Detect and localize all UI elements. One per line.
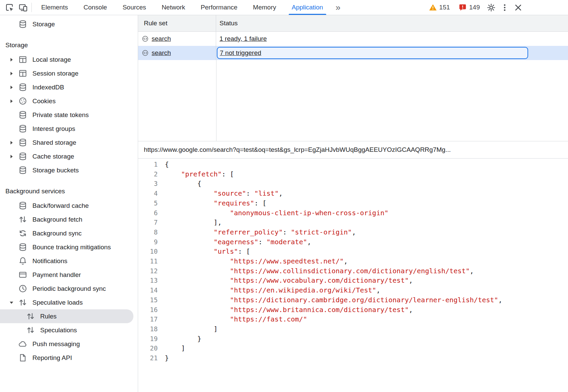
sidebar-item-label: Background sync	[32, 230, 82, 237]
sidebar-item-label: IndexedDB	[32, 84, 64, 91]
expand-arrow-icon[interactable]	[5, 70, 18, 77]
inspect-element-button[interactable]	[3, 1, 16, 14]
sidebar-item-private-state-tokens[interactable]: Private state tokens	[0, 108, 138, 122]
warning-count: 151	[439, 4, 450, 11]
tab-memory[interactable]: Memory	[245, 0, 284, 15]
column-header-status[interactable]: Status	[216, 15, 568, 31]
expand-arrow-icon[interactable]	[5, 139, 18, 146]
sidebar-item-push-messaging[interactable]: Push messaging	[0, 337, 138, 351]
sidebar-item-session-storage[interactable]: Session storage	[0, 66, 138, 80]
cloud-icon	[18, 339, 27, 348]
rule-set-source-view: 1{2 "prefetch": [3 {4 "source": "list",5…	[138, 159, 568, 392]
sidebar-item-local-storage[interactable]: Local storage	[0, 53, 138, 66]
tab-console[interactable]: Console	[76, 0, 115, 15]
expand-arrow-icon[interactable]	[5, 84, 18, 91]
sidebar-item-payment-handler[interactable]: Payment handler	[0, 268, 138, 282]
sidebar-item-label: Storage	[32, 21, 55, 28]
warnings-badge[interactable]: 151	[424, 3, 455, 11]
sidebar-item-reporting-api[interactable]: Reporting API	[0, 351, 138, 365]
source-url-text: https://www.google.com/search?q=test&oq=…	[144, 146, 451, 153]
application-sidebar: StorageStorageLocal storageSession stora…	[0, 15, 138, 392]
ruleset-rows: search1 ready, 1 failuresearch7 not trig…	[138, 32, 568, 60]
tab-elements[interactable]: Elements	[33, 0, 76, 15]
rule-set-row[interactable]: search1 ready, 1 failure	[138, 32, 568, 46]
expand-arrow-icon[interactable]	[5, 153, 18, 160]
code-text: "https://www.speedtest.net/",	[165, 256, 348, 266]
cookie-icon	[18, 96, 27, 106]
document-icon	[18, 353, 27, 362]
more-options-button[interactable]	[498, 1, 511, 14]
more-vert-icon	[500, 3, 509, 12]
bell-icon	[18, 256, 27, 265]
column-header-rule-set[interactable]: Rule set	[138, 15, 216, 31]
code-line: 2 "prefetch": [	[138, 169, 568, 179]
sidebar-item-notifications[interactable]: Notifications	[0, 254, 138, 268]
sidebar-heading-storage: Storage	[0, 38, 138, 53]
database-icon	[18, 243, 27, 252]
sidebar-item-storage-buckets[interactable]: Storage buckets	[0, 163, 138, 177]
tab-performance[interactable]: Performance	[193, 0, 245, 15]
tabs-overflow-button[interactable]: »	[331, 0, 345, 15]
code-text: {	[165, 160, 169, 169]
sidebar-item-cache-storage[interactable]: Cache storage	[0, 149, 138, 163]
collapse-arrow-icon[interactable]	[5, 299, 18, 306]
tab-network[interactable]: Network	[154, 0, 193, 15]
sidebar-item-rules[interactable]: Rules	[0, 309, 133, 323]
sidebar-item-indexeddb[interactable]: IndexedDB	[0, 80, 138, 94]
sidebar-item-cookies[interactable]: Cookies	[0, 94, 138, 108]
close-devtools-button[interactable]	[511, 1, 525, 14]
sidebar-item-label: Local storage	[32, 56, 71, 63]
expand-arrow-icon[interactable]	[5, 56, 18, 63]
sidebar-item-background-sync[interactable]: Background sync	[0, 226, 138, 240]
status-link[interactable]: 1 ready, 1 failure	[220, 35, 267, 43]
status-link[interactable]: 7 not triggered	[220, 49, 261, 57]
sidebar-item-bounce-tracking-mitigations[interactable]: Bounce tracking mitigations	[0, 240, 138, 254]
line-number: 14	[138, 285, 158, 295]
devtools-content: StorageStorageLocal storageSession stora…	[0, 15, 568, 392]
devtools-tabs: ElementsConsoleSourcesNetworkPerformance…	[33, 0, 331, 15]
code-text: ],	[165, 218, 222, 227]
line-number: 7	[138, 218, 158, 227]
settings-button[interactable]	[484, 1, 498, 14]
status-cell[interactable]: 7 not triggered	[217, 47, 528, 59]
line-number: 10	[138, 247, 158, 256]
sidebar-item-storage[interactable]: Storage	[0, 17, 138, 31]
rule-set-row[interactable]: search7 not triggered	[138, 46, 568, 60]
devtools-window: ElementsConsoleSourcesNetworkPerformance…	[0, 0, 568, 392]
tab-sources[interactable]: Sources	[115, 0, 154, 15]
line-number: 8	[138, 227, 158, 237]
code-line: 9 "eagerness": "moderate",	[138, 237, 568, 247]
status-cell[interactable]: 1 ready, 1 failure	[216, 32, 568, 46]
sidebar-item-label: Interest groups	[32, 125, 75, 133]
code-line: 13 "https://www.vocabulary.com/dictionar…	[138, 276, 568, 285]
line-number: 6	[138, 208, 158, 218]
sidebar-item-background-fetch[interactable]: Background fetch	[0, 213, 138, 226]
rule-set-link[interactable]: search	[152, 49, 171, 57]
sidebar-item-label: Periodic background sync	[32, 285, 106, 292]
sidebar-item-speculative-loads[interactable]: Speculative loads	[0, 296, 138, 309]
database-icon	[18, 166, 27, 175]
errors-badge[interactable]: 149	[454, 3, 484, 11]
sidebar-item-periodic-background-sync[interactable]: Periodic background sync	[0, 282, 138, 296]
table-icon	[18, 55, 27, 64]
sidebar-item-shared-storage[interactable]: Shared storage	[0, 136, 138, 149]
expand-arrow-icon[interactable]	[5, 97, 18, 105]
rule-set-cell[interactable]: search	[138, 32, 216, 46]
line-number: 15	[138, 295, 158, 305]
code-text: "https://en.wikipedia.org/wiki/Test",	[165, 285, 380, 295]
rule-set-cell[interactable]: search	[138, 46, 216, 60]
sidebar-item-speculations[interactable]: Speculations	[0, 323, 138, 337]
sidebar-item-label: Storage buckets	[32, 167, 79, 174]
speculative-loads-panel: Rule set Status search1 ready, 1 failure…	[138, 15, 568, 392]
code-text: "urls": [	[165, 247, 250, 256]
sidebar-item-interest-groups[interactable]: Interest groups	[0, 122, 138, 136]
sidebar-item-back-forward-cache[interactable]: Back/forward cache	[0, 199, 138, 213]
tab-application[interactable]: Application	[284, 0, 331, 15]
rule-set-link[interactable]: search	[152, 35, 171, 43]
sidebar-item-label: Background fetch	[32, 216, 82, 223]
close-icon	[514, 3, 523, 12]
device-toolbar-button[interactable]	[16, 1, 30, 14]
sidebar-item-label: Speculative loads	[32, 299, 83, 306]
sidebar-item-label: Reporting API	[32, 354, 72, 362]
sidebar-item-label: Shared storage	[32, 139, 76, 146]
